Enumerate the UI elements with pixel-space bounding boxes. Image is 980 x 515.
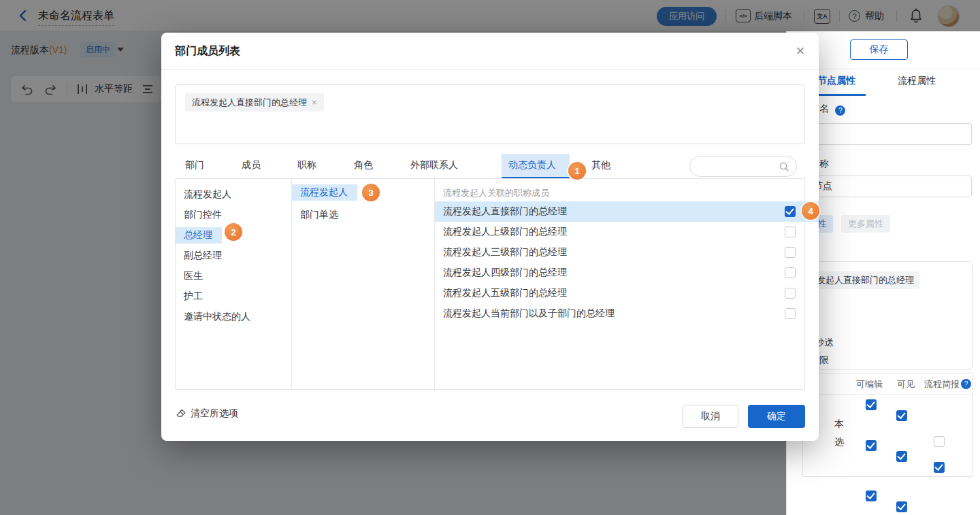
list-item-selected[interactable]: 流程发起人 [292,184,357,201]
option-label: 流程发起人五级部门的总经理 [443,287,567,299]
assignee-tag: 发起人直接部门的总经理 [811,271,919,289]
search-icon [779,161,789,172]
permission-label-fragment: 限 [819,354,829,367]
clear-selection-button[interactable]: 清空所选项 [176,408,238,420]
selected-member-label: 流程发起人直接部门的总经理 [192,97,307,109]
checkbox[interactable] [785,308,796,319]
tab-other[interactable]: 其他 [591,159,610,171]
tab-department[interactable]: 部门 [185,159,204,171]
guide-step-badge-3: 3 [362,184,380,201]
active-tab-underline [814,94,866,96]
assignee-box: 发起人直接部门的总经理 [802,261,973,370]
option-row[interactable]: 流程发起人四级部门的总经理 [435,263,805,283]
divider [161,69,819,70]
more-attributes-chip[interactable]: 更多属性 [841,215,890,233]
column-header: 流程简报 [924,378,960,391]
list-item[interactable]: 邀请中状态的人 [184,307,250,327]
list-item[interactable]: 部门控件 [184,205,222,225]
option-row[interactable]: 流程发起人三级部门的总经理 [435,242,805,263]
field-permission-table: 可编辑 可见 流程简报 ? 本 选 [802,373,973,477]
list-group-header: 流程发起人关联的职称成员 [443,187,549,199]
save-button[interactable]: 保存 [850,39,908,60]
checkbox[interactable] [866,491,877,501]
list-item[interactable]: 部门单选 [300,205,338,225]
column-header: 可见 [897,378,915,391]
cancel-button[interactable]: 取消 [683,405,738,428]
option-row[interactable]: 流程发起人当前部门以及子部门的总经理 [435,303,805,324]
selected-members-box: 流程发起人直接部门的总经理 × [175,84,805,144]
checkbox[interactable] [785,288,796,299]
checkbox[interactable] [785,227,796,237]
help-icon[interactable]: ? [835,105,845,116]
selected-member-tag: 流程发起人直接部门的总经理 × [185,93,324,112]
option-label: 流程发起人四级部门的总经理 [443,267,567,279]
checkbox[interactable] [896,451,907,462]
column-header: 可编辑 [856,378,883,391]
list-item[interactable]: 医生 [184,266,203,286]
option-row[interactable]: 流程发起人五级部门的总经理 [435,283,805,303]
option-label: 流程发起人直接部门的总经理 [443,205,567,218]
department-member-modal: 部门成员列表 × 流程发起人直接部门的总经理 × 部门 成员 职称 角色 外部联… [161,33,819,441]
row-label-fragment: 本 [834,418,844,431]
remove-tag-icon[interactable]: × [312,97,317,107]
tab-external-contact[interactable]: 外部联系人 [410,159,458,171]
guide-step-badge-2: 2 [225,223,242,241]
checkbox[interactable] [896,501,907,512]
eraser-icon [176,408,186,419]
member-picker: 流程发起人 部门控件 总经理 副总经理 医生 护工 邀请中状态的人 流程发起人 … [175,178,805,390]
tab-role[interactable]: 角色 [354,159,373,171]
divider [291,179,292,389]
tab-flow-properties[interactable]: 流程属性 [898,75,936,87]
option-row[interactable]: 流程发起人直接部门的总经理 [435,201,819,222]
list-item[interactable]: 流程发起人 [184,184,231,205]
checkbox[interactable] [785,267,796,278]
checkbox[interactable] [866,399,877,410]
node-title-input[interactable]: 节点 [800,176,972,197]
row-label-fragment: 选 [834,436,844,448]
option-label: 流程发起人当前部门以及子部门的总经理 [443,308,615,320]
checkbox[interactable] [934,462,945,473]
field-label-fragment: 名 ? [819,102,845,116]
list-item[interactable]: 护工 [184,286,203,307]
checkbox[interactable] [785,206,796,217]
confirm-button[interactable]: 确定 [748,405,805,428]
list-item[interactable]: 副总经理 [184,246,222,266]
field-label-fragment: 称 [819,158,829,170]
search-input[interactable] [689,156,797,177]
option-row[interactable]: 流程发起人上级部门的总经理 [435,222,805,242]
node-name-input[interactable] [800,123,972,145]
close-icon[interactable]: × [790,41,811,61]
tab-node-properties[interactable]: 节点属性 [817,75,855,87]
help-icon[interactable]: ? [961,379,971,389]
option-label: 流程发起人三级部门的总经理 [443,246,567,259]
guide-step-badge-4: 4 [802,202,819,220]
option-label: 流程发起人上级部门的总经理 [443,226,567,238]
guide-step-badge-1: 1 [568,162,586,180]
tab-job-title[interactable]: 职称 [297,159,316,171]
checkbox[interactable] [934,436,945,447]
list-item-selected[interactable]: 总经理 [176,227,222,244]
checkbox[interactable] [896,410,907,421]
divider [803,394,972,395]
checkbox[interactable] [866,440,877,451]
tab-member[interactable]: 成员 [242,159,261,171]
checkbox[interactable] [785,247,796,258]
tab-dynamic-owner[interactable]: 动态负责人 [508,159,556,171]
clear-selection-label: 清空所选项 [191,408,238,420]
modal-backdrop[interactable] [786,0,980,31]
modal-title: 部门成员列表 [175,44,240,59]
